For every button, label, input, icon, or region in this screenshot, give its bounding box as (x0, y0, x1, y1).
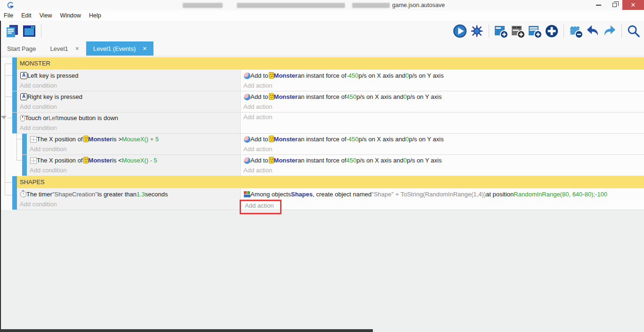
toolbar-separator (564, 24, 564, 38)
tab-bar: Start PageLevel1×Level1 (Events)× (0, 41, 644, 56)
event-row: The X position of Monster is > MouseX() … (0, 134, 644, 155)
menu-item-edit[interactable]: Edit (21, 12, 37, 19)
tab-level1[interactable]: Level1× (43, 41, 86, 56)
mouse-icon (20, 115, 25, 121)
add-condition-button[interactable]: Add condition (17, 200, 240, 210)
menu-item-help[interactable]: Help (89, 12, 106, 19)
group-header[interactable]: MONSTER (17, 57, 644, 70)
add-condition-button[interactable]: Add condition (17, 81, 240, 91)
debug-icon[interactable] (469, 23, 485, 39)
add-action-button[interactable]: Add action (241, 102, 644, 112)
redo-icon[interactable] (602, 23, 618, 39)
tab-label: Start Page (7, 45, 36, 52)
add-action-button[interactable]: Add action (245, 202, 274, 209)
close-button[interactable]: ✕ (622, 0, 644, 10)
events-sheet: MONSTERLeft key is pressedAdd conditionA… (0, 56, 644, 332)
tab-level1-events-[interactable]: Level1 (Events)× (86, 41, 154, 56)
add-condition-button[interactable]: Add condition (27, 166, 240, 176)
text-segment: 450 (346, 157, 357, 164)
condition-text[interactable]: The timer "ShapeCreation" is greater tha… (17, 189, 240, 200)
add-circle-icon (545, 24, 559, 38)
menu-item-view[interactable]: View (40, 12, 57, 19)
action-text[interactable]: Add to Monster an instant force of 450 p… (241, 155, 644, 166)
event-selection-bar[interactable] (12, 91, 17, 113)
action-text[interactable]: Among objects Shapes, create object name… (241, 189, 644, 200)
text-segment: Monster (89, 157, 113, 164)
force-icon (244, 94, 250, 100)
search-icon[interactable] (626, 23, 642, 39)
add-event-icon (493, 24, 508, 39)
conditions-cell: The timer "ShapeCreation" is greater tha… (17, 189, 240, 210)
add-action-button[interactable]: Add action (241, 145, 644, 154)
add-action-button[interactable]: Add action (241, 166, 644, 176)
collapse-arrow-icon[interactable] (1, 116, 7, 119)
event-selection-bar[interactable] (12, 57, 17, 70)
monster-icon (83, 136, 89, 142)
toolbar-separator (41, 24, 41, 38)
undo-icon[interactable] (585, 23, 601, 39)
monster-icon (269, 157, 274, 163)
add-event-icon[interactable] (493, 23, 509, 39)
restore-button[interactable] (606, 0, 622, 10)
condition-text[interactable]: Left key is pressed (17, 70, 240, 81)
app-window: game.json.autosave ✕ FileEditViewWindowH… (0, 0, 644, 332)
undo-icon (586, 24, 600, 38)
action-text[interactable]: Add to Monster an instant force of 450 p… (241, 91, 644, 102)
text-segment: Right key is pressed (27, 93, 82, 100)
project-manager-icon[interactable] (4, 23, 20, 39)
minimize-button[interactable] (590, 0, 606, 10)
text-segment: Left key is pressed (27, 72, 78, 79)
conditions-cell: Left key is pressedAdd condition (17, 70, 240, 91)
text-segment: an instant force of (298, 157, 346, 164)
action-text[interactable]: Add to Monster an instant force of -450 … (241, 134, 644, 145)
event-selection-bar[interactable] (12, 176, 17, 189)
add-circle-icon[interactable] (544, 23, 560, 39)
text-segment: p/s on X axis and (356, 93, 403, 100)
tree-line (8, 118, 12, 118)
tab-start-page[interactable]: Start Page (0, 41, 43, 56)
group-header[interactable]: SHAPES (17, 176, 644, 188)
add-action-button[interactable]: Add action (241, 113, 644, 122)
text-segment: "ShapeCreation" (52, 191, 97, 198)
text-segment: p/s on Y axis (409, 72, 444, 79)
event-selection-bar[interactable] (12, 70, 17, 91)
add-action-row: Add action (241, 200, 644, 210)
add-action-button[interactable]: Add action (241, 81, 644, 91)
menu-item-window[interactable]: Window (60, 12, 86, 19)
event-gutter (0, 155, 22, 176)
close-tab-icon[interactable]: × (75, 45, 79, 52)
unselect-icon[interactable] (568, 23, 584, 39)
event-selection-bar[interactable] (22, 134, 27, 155)
play-icon[interactable] (452, 23, 468, 39)
add-condition-button[interactable]: Add condition (27, 145, 240, 154)
text-segment: 0 (405, 72, 409, 79)
text-segment: p/s on X axis and (356, 157, 403, 164)
add-comment-icon[interactable] (510, 23, 526, 39)
search-icon (627, 24, 641, 38)
condition-text[interactable]: Touch or Left mouse button is down (17, 113, 240, 123)
event-row: Touch or Left mouse button is downAdd co… (0, 113, 644, 134)
tree-line (16, 139, 22, 139)
condition-text[interactable]: Right key is pressed (17, 91, 240, 102)
text-segment: Monster (274, 136, 298, 143)
text-segment: MouseX() + 5 (122, 136, 159, 143)
scene-editor-icon[interactable] (21, 23, 37, 39)
menu-item-file[interactable]: File (4, 12, 18, 19)
text-segment: is < (112, 157, 122, 164)
event-selection-bar[interactable] (12, 113, 17, 134)
add-condition-button[interactable]: Add condition (17, 123, 240, 133)
close-tab-icon[interactable]: × (143, 45, 146, 52)
conditions-cell: Touch or Left mouse button is downAdd co… (17, 113, 240, 134)
action-text[interactable]: Add to Monster an instant force of -450 … (241, 70, 644, 81)
debug-icon (470, 24, 484, 38)
event-selection-bar[interactable] (12, 189, 17, 210)
text-segment: 0 (403, 157, 407, 164)
event-selection-bar[interactable] (22, 155, 27, 176)
text-segment: 450 (346, 93, 357, 100)
add-condition-button[interactable]: Add condition (17, 102, 240, 112)
add-subevent-icon[interactable] (527, 23, 543, 39)
title-bar: game.json.autosave ✕ (0, 0, 644, 10)
text-segment: an instant force of (298, 93, 346, 100)
condition-text[interactable]: The X position of Monster is < MouseX() … (27, 155, 240, 166)
condition-text[interactable]: The X position of Monster is > MouseX() … (27, 134, 240, 145)
